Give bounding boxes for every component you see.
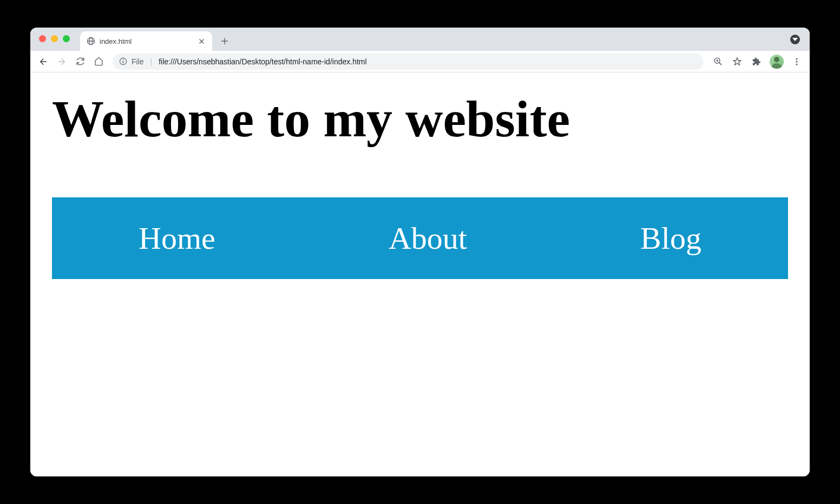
- svg-point-15: [796, 61, 797, 62]
- bookmark-star-icon[interactable]: [729, 53, 746, 70]
- zoom-icon[interactable]: [709, 53, 726, 70]
- browser-window: index.html: [30, 28, 810, 476]
- home-button[interactable]: [90, 53, 107, 70]
- page-heading: Welcome to my website: [52, 89, 788, 149]
- address-bar[interactable]: File | file:///Users/nsebhastian/Desktop…: [113, 54, 704, 70]
- nav-link-home[interactable]: Home: [139, 220, 215, 256]
- nav-bar: Home About Blog: [52, 197, 788, 279]
- forward-button[interactable]: [53, 53, 70, 70]
- url-separator: |: [150, 57, 153, 66]
- svg-point-16: [796, 63, 797, 65]
- svg-point-8: [123, 59, 124, 61]
- page-content: Welcome to my website Home About Blog: [30, 72, 810, 476]
- profile-indicator-icon[interactable]: [790, 35, 800, 44]
- svg-rect-9: [123, 61, 124, 64]
- close-tab-button[interactable]: [197, 37, 206, 45]
- maximize-window-button[interactable]: [63, 35, 70, 42]
- globe-icon: [87, 37, 95, 45]
- nav-link-about[interactable]: About: [389, 220, 467, 256]
- svg-line-11: [719, 63, 721, 65]
- window-controls: [39, 35, 70, 42]
- toolbar-right: [709, 53, 805, 70]
- title-bar: index.html: [30, 28, 810, 51]
- url-scheme: File: [132, 57, 144, 66]
- reload-button[interactable]: [71, 53, 89, 70]
- profile-avatar[interactable]: [770, 55, 784, 69]
- new-tab-button[interactable]: [216, 33, 233, 49]
- url-path: file:///Users/nsebhastian/Desktop/test/h…: [159, 57, 366, 66]
- minimize-window-button[interactable]: [51, 35, 58, 42]
- close-window-button[interactable]: [39, 35, 46, 42]
- back-button[interactable]: [35, 53, 52, 70]
- browser-toolbar: File | file:///Users/nsebhastian/Desktop…: [30, 51, 810, 72]
- info-icon[interactable]: [119, 57, 127, 65]
- tabs-area: index.html: [80, 28, 233, 51]
- extensions-icon[interactable]: [748, 53, 765, 70]
- svg-point-14: [796, 58, 797, 59]
- browser-tab[interactable]: index.html: [80, 31, 212, 51]
- tab-title: index.html: [100, 37, 193, 45]
- nav-link-blog[interactable]: Blog: [640, 220, 701, 256]
- menu-icon[interactable]: [788, 53, 805, 70]
